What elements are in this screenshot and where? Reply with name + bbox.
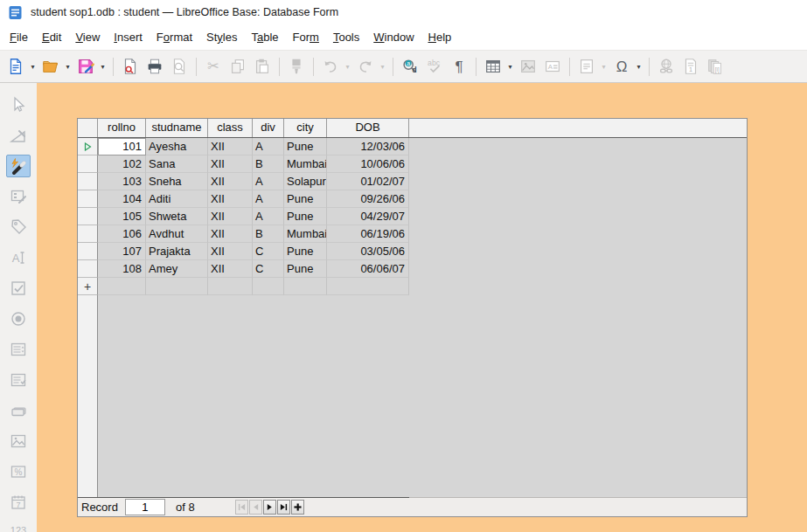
cell-div[interactable]: A bbox=[253, 208, 284, 225]
col-header-studname[interactable]: studname bbox=[146, 119, 208, 137]
cell-studname[interactable]: Avdhut bbox=[146, 225, 208, 243]
cell-empty[interactable] bbox=[98, 278, 146, 295]
cell-dob[interactable]: 03/05/06 bbox=[327, 243, 409, 260]
find-replace-button[interactable]: a d bbox=[399, 55, 421, 78]
cell-city[interactable]: Pune bbox=[284, 190, 327, 208]
cell-studname[interactable]: Amey bbox=[146, 260, 208, 278]
cell-dob[interactable]: 04/29/07 bbox=[327, 208, 409, 225]
insert-special-character-button[interactable]: Ω bbox=[610, 55, 633, 78]
col-header-class[interactable]: class bbox=[208, 119, 253, 137]
menu-edit[interactable]: Edit bbox=[35, 27, 68, 47]
cell-city[interactable]: Pune bbox=[284, 208, 327, 225]
open-dropdown[interactable]: ▾ bbox=[63, 55, 73, 78]
cell-rollno[interactable]: 104 bbox=[98, 190, 146, 208]
cell-div[interactable]: C bbox=[253, 260, 284, 278]
new-record-button[interactable] bbox=[291, 500, 304, 515]
cell-class[interactable]: XII bbox=[208, 225, 253, 243]
menu-file[interactable]: File bbox=[3, 27, 35, 47]
cell-city[interactable]: Pune bbox=[284, 243, 327, 260]
row-header[interactable] bbox=[78, 155, 98, 173]
cell-rollno[interactable]: 108 bbox=[98, 260, 146, 278]
menu-window[interactable]: Window bbox=[366, 27, 421, 47]
row-header-current[interactable] bbox=[78, 138, 98, 155]
insert-table-button[interactable] bbox=[482, 55, 504, 78]
cell-class[interactable]: XII bbox=[208, 190, 253, 208]
col-header-city[interactable]: city bbox=[284, 119, 327, 137]
menu-form[interactable]: Form bbox=[286, 27, 326, 47]
cell-div[interactable]: B bbox=[253, 225, 284, 243]
col-header-div[interactable]: div bbox=[253, 119, 284, 137]
form-wizard-button[interactable] bbox=[6, 155, 31, 177]
cell-rollno[interactable]: 105 bbox=[98, 208, 146, 225]
col-header-dob[interactable]: DOB bbox=[327, 119, 409, 137]
last-record-button[interactable] bbox=[277, 500, 290, 515]
row-header[interactable] bbox=[78, 208, 98, 225]
corner-header-cell[interactable] bbox=[78, 119, 98, 137]
open-button[interactable] bbox=[39, 55, 62, 78]
menu-help[interactable]: Help bbox=[421, 27, 459, 47]
row-header[interactable] bbox=[78, 173, 98, 190]
cell-city[interactable]: Pune bbox=[284, 260, 327, 278]
cell-empty[interactable] bbox=[327, 278, 409, 295]
print-button[interactable] bbox=[143, 55, 166, 78]
cell-studname[interactable]: Sneha bbox=[146, 173, 208, 190]
cell-dob[interactable]: 06/06/07 bbox=[327, 260, 409, 278]
formatting-marks-button[interactable]: ¶ bbox=[448, 55, 470, 78]
cell-dob[interactable]: 12/03/06 bbox=[327, 138, 409, 155]
cell-rollno[interactable]: 106 bbox=[98, 225, 146, 243]
cell-city[interactable]: Solapur bbox=[284, 173, 327, 190]
cell-dob[interactable]: 06/19/06 bbox=[327, 225, 409, 243]
cell-class[interactable]: XII bbox=[208, 243, 253, 260]
cell-dob[interactable]: 01/02/07 bbox=[327, 173, 409, 190]
row-header[interactable] bbox=[78, 225, 98, 243]
cell-class[interactable]: XII bbox=[208, 208, 253, 225]
cell-class[interactable]: XII bbox=[208, 173, 253, 190]
menu-view[interactable]: View bbox=[68, 27, 107, 47]
cell-studname[interactable]: Ayesha bbox=[146, 138, 208, 155]
cell-studname[interactable]: Sana bbox=[146, 155, 208, 173]
cell-city[interactable]: Pune bbox=[284, 138, 327, 155]
export-pdf-button[interactable] bbox=[119, 55, 142, 78]
menu-tools[interactable]: Tools bbox=[326, 27, 366, 47]
special-character-dropdown[interactable]: ▾ bbox=[634, 55, 644, 78]
cell-rollno[interactable]: 102 bbox=[98, 155, 146, 173]
cell-class[interactable]: XII bbox=[208, 155, 253, 173]
cell-studname[interactable]: Shweta bbox=[146, 208, 208, 225]
cell-city[interactable]: Mumbai bbox=[284, 225, 327, 243]
cell-studname[interactable]: Prajakta bbox=[146, 243, 208, 260]
menu-format[interactable]: Format bbox=[150, 27, 199, 47]
cell-empty[interactable] bbox=[146, 278, 208, 295]
cell-dob[interactable]: 09/26/06 bbox=[327, 190, 409, 208]
cell-empty[interactable] bbox=[253, 278, 284, 295]
row-header[interactable] bbox=[78, 260, 98, 278]
cell-div[interactable]: B bbox=[253, 155, 284, 173]
cell-class[interactable]: XII bbox=[208, 260, 253, 278]
cell-div[interactable]: C bbox=[253, 243, 284, 260]
col-header-rollno[interactable]: rollno bbox=[98, 119, 146, 137]
new-document-button[interactable] bbox=[4, 55, 27, 78]
cell-city[interactable]: Mumbai bbox=[284, 155, 327, 173]
cell-rollno[interactable]: 107 bbox=[98, 243, 146, 260]
cell-empty[interactable] bbox=[284, 278, 327, 295]
cell-div[interactable]: A bbox=[253, 173, 284, 190]
row-header[interactable] bbox=[78, 190, 98, 208]
menu-table[interactable]: Table bbox=[244, 27, 285, 47]
cell-rollno[interactable]: 103 bbox=[98, 173, 146, 190]
new-record-row-header[interactable]: + bbox=[78, 278, 98, 295]
cell-empty[interactable] bbox=[208, 278, 253, 295]
cell-rollno[interactable]: 101 bbox=[98, 138, 146, 155]
cell-studname[interactable]: Aditi bbox=[146, 190, 208, 208]
menu-styles[interactable]: Styles bbox=[199, 27, 244, 47]
record-number-input[interactable] bbox=[125, 499, 165, 515]
cell-div[interactable]: A bbox=[253, 138, 284, 155]
new-document-dropdown[interactable]: ▾ bbox=[28, 55, 38, 78]
cell-div[interactable]: A bbox=[253, 190, 284, 208]
next-record-button[interactable] bbox=[263, 500, 276, 515]
cell-class[interactable]: XII bbox=[208, 138, 253, 155]
cell-dob[interactable]: 10/06/06 bbox=[327, 155, 409, 173]
menu-insert[interactable]: Insert bbox=[107, 27, 150, 47]
save-dropdown[interactable]: ▾ bbox=[98, 55, 108, 78]
save-button[interactable] bbox=[74, 55, 97, 78]
row-header[interactable] bbox=[78, 243, 98, 260]
insert-table-dropdown[interactable]: ▾ bbox=[505, 55, 515, 78]
